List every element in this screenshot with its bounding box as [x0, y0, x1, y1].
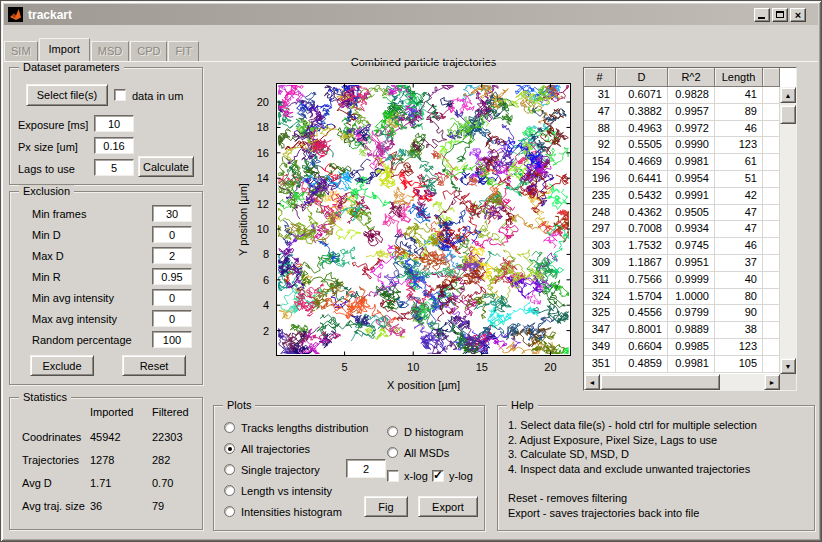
ylog-checkbox[interactable]: ✓ [432, 470, 444, 482]
cell-number[interactable]: 31 [584, 87, 616, 104]
table-row[interactable]: 31 0.6071 0.9828 41 [584, 87, 780, 104]
cell-length[interactable]: 105 [715, 356, 763, 373]
cell-r2[interactable]: 0.9981 [668, 356, 715, 373]
table-row[interactable]: 196 0.6441 0.9954 51 [584, 171, 780, 188]
close-button[interactable]: × [790, 8, 806, 22]
cell-length[interactable]: 37 [715, 255, 763, 272]
cell-d[interactable]: 0.4669 [616, 154, 668, 171]
tab-import[interactable]: Import [39, 38, 90, 61]
table-row[interactable]: 311 0.7566 0.9999 40 [584, 272, 780, 289]
cell-length[interactable]: 46 [715, 238, 763, 255]
radio-tracks-lengths-distribution[interactable] [224, 422, 235, 433]
fig-button[interactable]: Fig [364, 496, 408, 517]
cell-r2[interactable]: 0.9934 [668, 221, 715, 238]
max-d-input[interactable] [152, 247, 192, 264]
export-button[interactable]: Export [418, 496, 478, 517]
cell-length[interactable]: 123 [715, 137, 763, 154]
table-row[interactable]: 88 0.4963 0.9972 46 [584, 121, 780, 138]
scroll-right-button[interactable]: ► [764, 374, 780, 390]
exclude-button[interactable]: Exclude [30, 355, 94, 376]
table-row[interactable]: 154 0.4669 0.9981 61 [584, 154, 780, 171]
cell-number[interactable]: 325 [584, 305, 616, 322]
cell-number[interactable]: 351 [584, 356, 616, 373]
cell-d[interactable]: 0.5432 [616, 188, 668, 205]
radio-d-histogram-label[interactable]: D histogram [404, 426, 463, 438]
cell-r2[interactable]: 0.9954 [668, 171, 715, 188]
cell-number[interactable]: 311 [584, 272, 616, 289]
column-header-d[interactable]: D [616, 68, 668, 87]
cell-number[interactable]: 349 [584, 339, 616, 356]
data-in-um-label[interactable]: data in um [132, 90, 183, 102]
ylog-label[interactable]: y-log [449, 470, 473, 482]
cell-d[interactable]: 0.6441 [616, 171, 668, 188]
table-row[interactable]: 349 0.6604 0.9985 123 [584, 339, 780, 356]
radio-single-trajectory[interactable] [224, 464, 235, 475]
tab-fit[interactable]: FIT [168, 41, 199, 61]
cell-number[interactable]: 88 [584, 121, 616, 138]
min-r-input[interactable] [152, 268, 192, 285]
cell-length[interactable]: 42 [715, 188, 763, 205]
cell-d[interactable]: 0.4556 [616, 305, 668, 322]
cell-length[interactable]: 123 [715, 339, 763, 356]
cell-d[interactable]: 0.6604 [616, 339, 668, 356]
cell-length[interactable]: 41 [715, 87, 763, 104]
cell-r2[interactable]: 0.9981 [668, 154, 715, 171]
table-row[interactable]: 303 1.7532 0.9745 46 [584, 238, 780, 255]
cell-number[interactable]: 324 [584, 289, 616, 306]
maximize-button[interactable] [772, 8, 788, 22]
table-row[interactable]: 297 0.7008 0.9934 47 [584, 221, 780, 238]
cell-number[interactable]: 297 [584, 221, 616, 238]
cell-length[interactable]: 46 [715, 121, 763, 138]
cell-length[interactable]: 80 [715, 289, 763, 306]
column-header-number[interactable]: # [584, 68, 616, 87]
cell-r2[interactable]: 0.9745 [668, 238, 715, 255]
cell-r2[interactable]: 0.9957 [668, 104, 715, 121]
radio-tracks-lengths-distribution-label[interactable]: Tracks lengths distribution [241, 422, 368, 434]
xlog-label[interactable]: x-log [404, 470, 428, 482]
radio-length-vs-intensity[interactable] [224, 485, 235, 496]
column-header-length[interactable]: Length [715, 68, 763, 87]
cell-number[interactable]: 47 [584, 104, 616, 121]
cell-r2[interactable]: 1.0000 [668, 289, 715, 306]
data-in-um-checkbox[interactable]: ✓ [114, 89, 126, 101]
cell-d[interactable]: 1.7532 [616, 238, 668, 255]
reset-button[interactable]: Reset [122, 355, 186, 376]
cell-number[interactable]: 154 [584, 154, 616, 171]
cell-length[interactable]: 90 [715, 305, 763, 322]
cell-r2[interactable]: 0.9889 [668, 322, 715, 339]
table-row[interactable]: 347 0.8001 0.9889 38 [584, 322, 780, 339]
cell-d[interactable]: 0.5505 [616, 137, 668, 154]
radio-d-histogram[interactable] [387, 426, 398, 437]
cell-r2[interactable]: 0.9985 [668, 339, 715, 356]
calculate-button[interactable]: Calculate [138, 156, 194, 177]
vertical-scrollbar[interactable]: ▲ ▼ [780, 87, 796, 374]
cell-number[interactable]: 196 [584, 171, 616, 188]
scroll-up-button[interactable]: ▲ [780, 87, 796, 103]
table-row[interactable]: 324 1.5704 1.0000 80 [584, 289, 780, 306]
cell-r2[interactable]: 0.9799 [668, 305, 715, 322]
cell-length[interactable]: 47 [715, 205, 763, 222]
cell-length[interactable]: 51 [715, 171, 763, 188]
horizontal-scroll-thumb[interactable] [600, 374, 720, 390]
radio-all-msds[interactable] [387, 447, 398, 458]
cell-d[interactable]: 1.5704 [616, 289, 668, 306]
scroll-down-button[interactable]: ▼ [780, 358, 796, 374]
select-files-button[interactable]: Select file(s) [26, 84, 108, 106]
max-avg-intensity-input[interactable] [152, 310, 192, 327]
cell-r2[interactable]: 0.9991 [668, 188, 715, 205]
xlog-checkbox[interactable]: ✓ [387, 470, 399, 482]
min-avg-intensity-input[interactable] [152, 289, 192, 306]
radio-all-trajectories-label[interactable]: All trajectories [241, 443, 310, 455]
radio-all-msds-label[interactable]: All MSDs [404, 447, 449, 459]
vertical-scroll-thumb[interactable] [780, 105, 796, 124]
radio-intensities-histogram-label[interactable]: Intensities histogram [241, 506, 342, 518]
cell-d[interactable]: 0.4859 [616, 356, 668, 373]
cell-r2[interactable]: 0.9828 [668, 87, 715, 104]
column-header-r2[interactable]: R^2 [668, 68, 715, 87]
cell-r2[interactable]: 0.9951 [668, 255, 715, 272]
cell-d[interactable]: 0.4963 [616, 121, 668, 138]
cell-d[interactable]: 1.1867 [616, 255, 668, 272]
minimize-button[interactable] [754, 8, 770, 22]
cell-r2[interactable]: 0.9505 [668, 205, 715, 222]
cell-d[interactable]: 0.3882 [616, 104, 668, 121]
